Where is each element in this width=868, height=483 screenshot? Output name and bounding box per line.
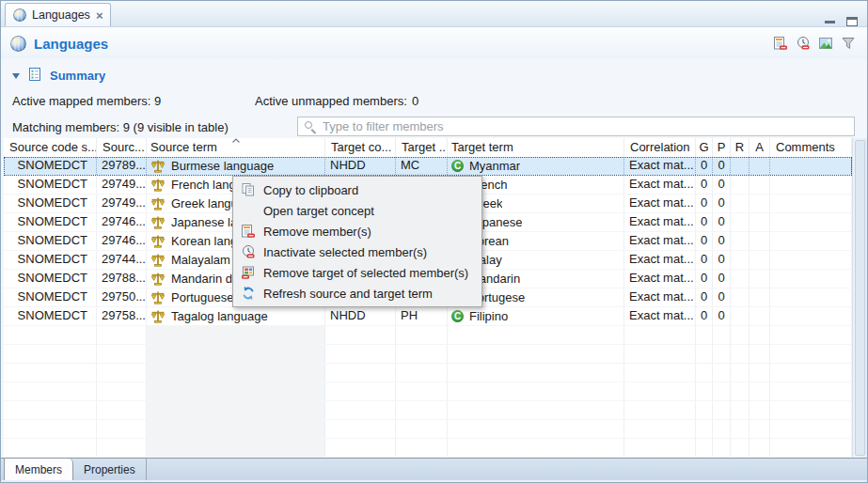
vertical-scrollbar[interactable]	[852, 138, 867, 458]
menu-item-label: Copy to clipboard	[263, 183, 358, 197]
empty-cell	[97, 401, 147, 419]
copy-icon	[240, 182, 257, 197]
column-header-source-term[interactable]: Source term	[147, 138, 325, 157]
empty-cell	[731, 364, 750, 382]
empty-cell	[147, 345, 325, 363]
cell-a	[750, 176, 770, 194]
cell-source-code-system: SNOMEDCT	[4, 270, 97, 288]
table-filler-row	[4, 401, 852, 420]
cell-r	[731, 157, 750, 175]
menu-item-refresh-source-and-target-term[interactable]: Refresh source and target term	[234, 283, 481, 304]
cell-source-code-system: SNOMEDCT	[4, 232, 97, 250]
empty-cell	[770, 439, 852, 457]
cell-source-code: 29749...	[97, 176, 147, 194]
tab-label: Members	[15, 463, 62, 476]
tab-members[interactable]: Members	[4, 459, 73, 480]
empty-cell	[750, 345, 770, 363]
empty-cell	[4, 439, 97, 457]
empty-cell	[624, 345, 696, 363]
cell-g: 0	[696, 213, 713, 231]
cell-r	[731, 213, 750, 231]
column-header-g[interactable]: G	[696, 138, 713, 157]
column-header-r[interactable]: R	[731, 138, 750, 157]
menu-item-label: Remove member(s)	[263, 225, 371, 239]
tab-languages[interactable]: Languages ×	[5, 3, 111, 26]
column-header-target-term[interactable]: Target term	[448, 138, 624, 157]
empty-cell	[448, 382, 624, 400]
active-mapped-label: Active mapped members:	[12, 94, 150, 108]
column-header-target-code-system[interactable]: Target co...	[325, 138, 396, 157]
menu-item-label: Remove target of selected member(s)	[263, 266, 468, 280]
column-header-correlation[interactable]: Correlation	[624, 138, 696, 157]
source-term-text: Burmese language	[171, 158, 274, 175]
empty-cell	[713, 345, 731, 363]
cell-a	[750, 232, 770, 250]
active-unmapped-label: Active unmapped members:	[255, 94, 407, 108]
remove-member-icon[interactable]	[772, 36, 788, 52]
cell-g: 0	[696, 232, 713, 250]
tab-properties[interactable]: Properties	[73, 459, 147, 480]
menu-item-remove-target-of-selected-members[interactable]: Remove target of selected member(s)	[234, 262, 481, 283]
filter-members-input[interactable]	[297, 117, 855, 136]
empty-cell	[696, 345, 713, 363]
table-filler-row	[4, 345, 852, 364]
cell-g: 0	[696, 195, 713, 212]
context-menu: Copy to clipboard Open target concept Re…	[232, 176, 482, 307]
menu-item-label: Inactivate selected member(s)	[263, 245, 427, 259]
image-icon[interactable]	[817, 36, 833, 52]
summary-stats: Active mapped members: 9 Active unmapped…	[1, 94, 867, 111]
cell-source-code-system: SNOMEDCT	[4, 251, 97, 269]
target-term-text: Myanmar	[469, 158, 520, 175]
table-row[interactable]: SNOMEDCT29789...Burmese languageNHDDMCCM…	[4, 157, 852, 176]
cell-source-code-system: SNOMEDCT	[4, 195, 97, 212]
empty-cell	[696, 364, 713, 382]
empty-cell	[750, 401, 770, 419]
menu-item-remove-members[interactable]: Remove member(s)	[234, 221, 481, 242]
empty-cell	[448, 345, 624, 363]
column-header-a[interactable]: A	[750, 138, 770, 157]
inactivate-member-icon	[240, 244, 257, 259]
collapse-twistie-icon[interactable]	[12, 73, 20, 79]
close-icon[interactable]: ×	[96, 9, 103, 22]
empty-cell	[624, 382, 696, 400]
filter-icon[interactable]	[840, 36, 856, 52]
cell-source-code: 29750...	[97, 288, 147, 306]
column-header-source-code-system[interactable]: Source code s...	[4, 138, 97, 157]
column-header-target-code[interactable]: Target ...	[396, 138, 448, 157]
sort-ascending-icon	[231, 138, 240, 143]
menu-item-copy-to-clipboard[interactable]: Copy to clipboard	[234, 179, 481, 200]
menu-item-open-target-concept[interactable]: Open target concept	[234, 200, 481, 221]
column-header-p[interactable]: P	[713, 138, 731, 157]
cell-source-code: 29746...	[97, 232, 147, 250]
table-filler-row	[4, 364, 852, 382]
cell-g: 0	[696, 157, 713, 175]
empty-cell	[770, 401, 852, 419]
table-filler-row	[4, 439, 852, 458]
cell-source-code: 29749...	[97, 195, 147, 212]
cell-comments	[770, 195, 852, 212]
empty-cell	[770, 364, 852, 382]
cell-p: 0	[713, 307, 731, 325]
cell-g: 0	[696, 176, 713, 194]
scrollbar-thumb[interactable]	[855, 140, 865, 456]
summary-heading[interactable]: Summary	[50, 69, 105, 83]
inactivate-member-icon[interactable]	[795, 36, 811, 52]
cell-comments	[770, 307, 852, 325]
cell-target-term: CMyanmar	[448, 157, 624, 175]
cell-a	[750, 195, 770, 212]
column-header-source-code[interactable]: Sourc...	[97, 138, 147, 157]
cell-source-code-system: SNOMEDCT	[4, 213, 97, 231]
minimize-icon[interactable]	[825, 21, 835, 23]
remove-member-icon	[240, 224, 257, 239]
table-filler-row	[4, 326, 852, 345]
empty-cell	[770, 420, 852, 438]
menu-item-inactivate-selected-members[interactable]: Inactivate selected member(s)	[234, 242, 481, 262]
scales-icon	[150, 159, 166, 174]
cell-target-code-system: NHDD	[325, 307, 396, 325]
restore-icon[interactable]	[846, 17, 858, 26]
cell-correlation: Exact mat...	[624, 195, 696, 212]
column-header-comments[interactable]: Comments	[770, 138, 852, 157]
table-row[interactable]: SNOMEDCT29758...Tagalog languageNHDDPHCF…	[4, 307, 852, 326]
page-title: Languages	[34, 36, 108, 52]
empty-cell	[4, 345, 97, 363]
